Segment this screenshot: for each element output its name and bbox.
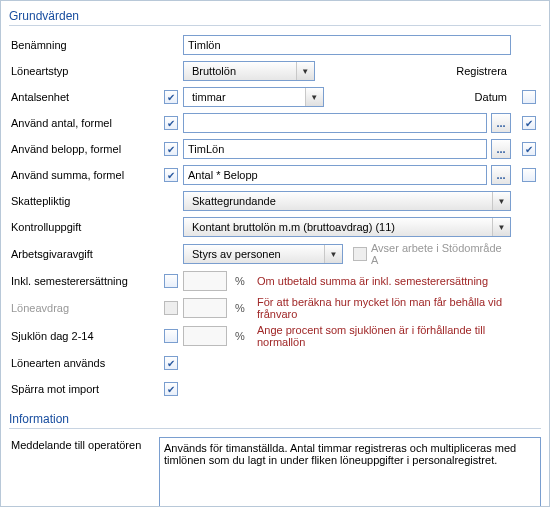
antalsenhet-check[interactable] xyxy=(164,90,178,104)
formel-belopp-browse[interactable]: ... xyxy=(491,139,511,159)
formel-summa-browse[interactable]: ... xyxy=(491,165,511,185)
anvand-summa-check[interactable] xyxy=(164,168,178,182)
skattepliktig-select[interactable]: Skattegrundande ▼ xyxy=(183,191,511,211)
arbetsgivaravgift-select[interactable]: Styrs av personen ▼ xyxy=(183,244,343,264)
anvand-belopp-check[interactable] xyxy=(164,142,178,156)
hint-sjuklon: Ange procent som sjuklönen är i förhålla… xyxy=(257,324,511,348)
hint-inkl-sem: Om utbetald summa är inkl. semesterersät… xyxy=(257,275,511,287)
benamning-input[interactable] xyxy=(183,35,511,55)
label-meddelande: Meddelande till operatören xyxy=(9,437,159,451)
label-benamning: Benämning xyxy=(9,39,159,51)
label-anvand-antal: Använd antal, formel xyxy=(9,117,159,129)
inkl-sem-check[interactable] xyxy=(164,274,178,288)
formel-antal-browse[interactable]: ... xyxy=(491,113,511,133)
hint-loneavdrag: För att beräkna hur mycket lön man får b… xyxy=(257,296,511,320)
label-registrera: Registrera xyxy=(456,65,507,77)
percent-sign: % xyxy=(231,302,249,314)
loneavdrag-pct xyxy=(183,298,227,318)
label-loneavdrag: Löneavdrag xyxy=(9,302,159,314)
kontrolluppgift-value: Kontant bruttolön m.m (bruttoavdrag) (11… xyxy=(188,221,395,233)
label-anvand-summa: Använd summa, formel xyxy=(9,169,159,181)
label-skattepliktig: Skattepliktig xyxy=(9,195,159,207)
lonartstyp-select[interactable]: Bruttolön ▼ xyxy=(183,61,315,81)
label-anvand-belopp: Använd belopp, formel xyxy=(9,143,159,155)
antalsenhet-select[interactable]: timmar ▼ xyxy=(183,87,324,107)
sparra-import-check[interactable] xyxy=(164,382,178,396)
chevron-down-icon: ▼ xyxy=(305,88,323,106)
chevron-down-icon: ▼ xyxy=(296,62,314,80)
formel-summa-input[interactable] xyxy=(183,165,487,185)
datum-check[interactable] xyxy=(522,90,536,104)
label-datum: Datum xyxy=(475,91,507,103)
label-sparra-import: Spärra mot import xyxy=(9,383,159,395)
label-arbetsgivaravgift: Arbetsgivaravgift xyxy=(9,248,159,260)
chevron-down-icon: ▼ xyxy=(492,218,510,236)
loneavdrag-check xyxy=(164,301,178,315)
chevron-down-icon: ▼ xyxy=(324,245,342,263)
label-antalsenhet: Antalsenhet xyxy=(9,91,159,103)
label-inkl-sem: Inkl. semesterersättning xyxy=(9,275,159,287)
meddelande-textarea[interactable] xyxy=(159,437,541,507)
antal-reg-check[interactable] xyxy=(522,116,536,130)
summa-reg-check[interactable] xyxy=(522,168,536,182)
kontrolluppgift-select[interactable]: Kontant bruttolön m.m (bruttoavdrag) (11… xyxy=(183,217,511,237)
label-avser: Avser arbete i Stödområde A xyxy=(371,242,511,266)
section-information: Information xyxy=(9,410,541,429)
skattepliktig-value: Skattegrundande xyxy=(188,195,276,207)
label-kontrolluppgift: Kontrolluppgift xyxy=(9,221,159,233)
chevron-down-icon: ▼ xyxy=(492,192,510,210)
label-lonearten-anvands: Lönearten används xyxy=(9,357,159,369)
anvand-antal-check[interactable] xyxy=(164,116,178,130)
label-lonartstyp: Löneartstyp xyxy=(9,65,159,77)
percent-sign: % xyxy=(231,330,249,342)
arbetsgivaravgift-value: Styrs av personen xyxy=(188,248,281,260)
percent-sign: % xyxy=(231,275,249,287)
sjuklon-pct[interactable] xyxy=(183,326,227,346)
lonartstyp-value: Bruttolön xyxy=(188,65,236,77)
formel-belopp-input[interactable] xyxy=(183,139,487,159)
formel-antal-input[interactable] xyxy=(183,113,487,133)
label-sjuklon: Sjuklön dag 2-14 xyxy=(9,330,159,342)
antalsenhet-value: timmar xyxy=(188,91,226,103)
belopp-reg-check[interactable] xyxy=(522,142,536,156)
inkl-sem-pct[interactable] xyxy=(183,271,227,291)
section-grundvarden: Grundvärden xyxy=(9,7,541,26)
lonearten-anvands-check[interactable] xyxy=(164,356,178,370)
sjuklon-check[interactable] xyxy=(164,329,178,343)
avser-check xyxy=(353,247,367,261)
